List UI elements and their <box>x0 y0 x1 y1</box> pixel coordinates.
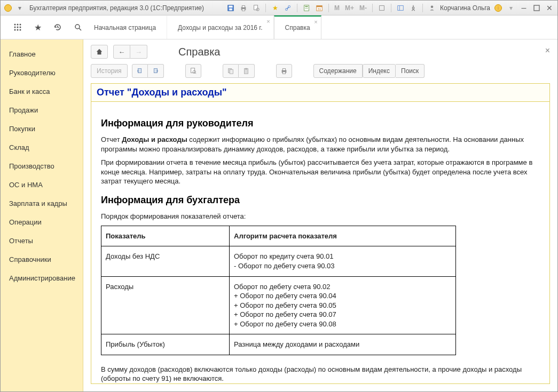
contents-button[interactable]: Содержание <box>313 64 363 78</box>
table-cell: Оборот по дебету счета 90.02+ Оборот по … <box>230 276 456 334</box>
index-button[interactable]: Индекс <box>363 64 396 78</box>
find-button[interactable] <box>185 64 201 78</box>
minimize-button[interactable]: – <box>519 3 529 13</box>
app-title: Бухгалтерия предприятия, редакция 3.0 (1… <box>29 4 204 12</box>
info-dropdown-icon[interactable]: ▾ <box>506 3 516 13</box>
dropdown-icon[interactable]: ▾ <box>15 4 24 12</box>
home-button[interactable] <box>91 45 108 59</box>
history-icon[interactable] <box>53 22 64 33</box>
sidebar-item[interactable]: Производство <box>1 157 83 175</box>
svg-point-32 <box>75 25 80 29</box>
svg-rect-8 <box>286 8 288 10</box>
svg-rect-11 <box>305 6 308 7</box>
sidebar-item[interactable]: Отчеты <box>1 231 83 250</box>
svg-point-13 <box>306 8 306 9</box>
table-row: Доходы без НДСОборот по кредиту счета 90… <box>101 246 456 276</box>
svg-point-25 <box>19 24 21 26</box>
titlebar: ▾ Бухгалтерия предприятия, редакция 3.0 … <box>1 1 557 15</box>
sidebar-item[interactable]: Зарплата и кадры <box>1 194 83 213</box>
user-icon <box>427 3 437 13</box>
table-cell: Расходы <box>101 276 230 334</box>
heading-manager: Информация для руководителя <box>101 117 540 130</box>
main-area: ← → Справка × История <box>83 39 557 391</box>
svg-point-14 <box>307 8 308 9</box>
memory-m-button[interactable]: M <box>333 3 341 13</box>
sidebar: ГлавноеРуководителюБанк и кассаПродажиПо… <box>1 39 83 391</box>
print-icon[interactable] <box>239 3 248 13</box>
page-title: Справка <box>178 46 220 58</box>
svg-rect-42 <box>245 68 247 70</box>
help-content: Отчет "Доходы и расходы" Информация для … <box>91 83 550 384</box>
memory-mminus-button[interactable]: M- <box>358 3 368 13</box>
table-header: Алгоритм расчета показателя <box>230 226 456 246</box>
sidebar-item[interactable]: Операции <box>1 213 83 231</box>
svg-point-21 <box>431 5 434 8</box>
svg-line-38 <box>195 73 196 74</box>
sidebar-item[interactable]: ОС и НМА <box>1 175 83 194</box>
star-icon[interactable]: ★ <box>33 22 43 33</box>
svg-rect-2 <box>229 8 232 10</box>
paragraph-3: Порядок формирования показателей отчета: <box>101 212 540 221</box>
svg-point-29 <box>14 29 15 31</box>
user-name: Корчагина Ольга <box>440 4 490 12</box>
sidebar-item[interactable]: Администрирование <box>1 269 83 287</box>
search-button[interactable]: Поиск <box>396 64 425 78</box>
forward-button[interactable]: → <box>130 45 147 59</box>
tab[interactable]: Справка× <box>274 15 321 39</box>
svg-rect-45 <box>282 72 285 74</box>
svg-point-28 <box>19 27 21 28</box>
sidebar-item[interactable]: Продажи <box>1 101 83 119</box>
table-cell: Доходы без НДС <box>101 246 230 276</box>
calendar-icon[interactable]: 31 <box>315 3 324 13</box>
apps-icon[interactable] <box>12 22 23 33</box>
nav-next-button[interactable] <box>148 64 164 78</box>
svg-point-24 <box>17 24 18 26</box>
paste-button[interactable] <box>239 64 255 78</box>
svg-text:31: 31 <box>318 7 321 11</box>
table-cell: Разница между доходами и расходами <box>230 334 456 355</box>
sidebar-item[interactable]: Справочники <box>1 250 83 269</box>
paragraph-1: Отчет Доходы и расходы содержит информац… <box>101 135 540 154</box>
window-icon[interactable] <box>377 3 387 13</box>
svg-line-33 <box>79 28 81 30</box>
panels-icon[interactable] <box>396 3 405 13</box>
sidebar-item[interactable]: Руководителю <box>1 63 83 82</box>
history-button[interactable]: История <box>91 64 128 78</box>
svg-rect-10 <box>304 5 309 11</box>
tab-row: ★ Начальная страницаДоходы и расходы за … <box>1 15 557 39</box>
table-row: Прибыль (Убыток)Разница между доходами и… <box>101 334 456 355</box>
sidebar-item[interactable]: Склад <box>1 138 83 157</box>
search-icon[interactable] <box>73 22 83 33</box>
favorite-icon[interactable]: ★ <box>270 3 280 13</box>
maximize-button[interactable] <box>532 3 541 13</box>
table-cell: Оборот по кредиту счета 90.01- Оборот по… <box>230 246 456 276</box>
svg-rect-9 <box>288 5 290 7</box>
sidebar-item[interactable]: Банк и касса <box>1 82 83 101</box>
tab-close-icon[interactable]: × <box>266 18 270 25</box>
sidebar-item[interactable]: Главное <box>1 45 83 63</box>
svg-rect-22 <box>534 5 539 11</box>
nav-prev-button[interactable] <box>132 64 148 78</box>
back-button[interactable]: ← <box>113 45 130 59</box>
print-help-button[interactable] <box>276 64 292 78</box>
preview-icon[interactable] <box>252 3 261 13</box>
link-icon[interactable] <box>283 3 293 13</box>
sidebar-item[interactable]: Покупки <box>1 119 83 138</box>
help-toolbar: История <box>83 64 557 83</box>
svg-point-30 <box>17 29 18 31</box>
close-button[interactable]: ✕ <box>545 3 554 13</box>
page-close-button[interactable]: × <box>545 46 550 55</box>
tab[interactable]: Доходы и расходы за 2016 г.× <box>167 15 273 39</box>
tab[interactable]: Начальная страница <box>83 15 167 39</box>
tab-label: Справка <box>285 24 310 31</box>
memory-mplus-button[interactable]: M+ <box>344 3 355 13</box>
save-icon[interactable] <box>226 3 235 13</box>
settings-icon[interactable] <box>408 3 418 13</box>
calculator-icon[interactable] <box>302 3 311 13</box>
tab-close-icon[interactable]: × <box>314 19 317 25</box>
svg-rect-1 <box>229 5 233 7</box>
copy-button[interactable] <box>223 64 239 78</box>
svg-rect-18 <box>380 5 384 10</box>
tab-label: Доходы и расходы за 2016 г. <box>178 24 262 31</box>
info-icon[interactable]: i <box>493 3 503 13</box>
